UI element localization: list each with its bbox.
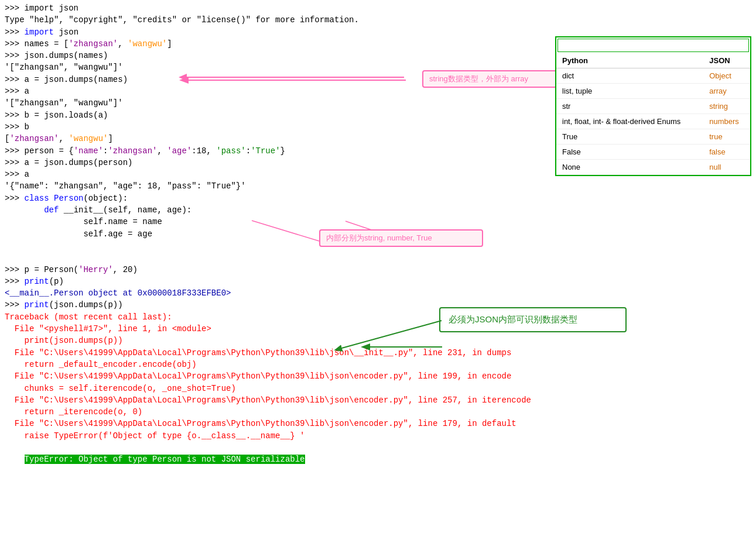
table-cell-json: array [703, 84, 750, 99]
table-row: Nonenull [556, 160, 750, 175]
table-cell-json: false [703, 145, 750, 160]
conversion-table: Python JSON dictObjectlist, tuplearrayst… [555, 36, 751, 176]
output-person: '{"name": "zhangsan", "age": 18, "pass":… [5, 180, 751, 192]
table-cell-python: int, float, int- & float-derived Enums [556, 114, 703, 129]
traceback-file1: File "<pyshell#17>", line 1, in <module> [5, 323, 751, 335]
traceback-call1: print(json.dumps(p)) [5, 335, 751, 346]
table-cell-python: None [556, 160, 703, 175]
code-line-self-name: self.name = name [5, 216, 751, 228]
blank-line [5, 240, 751, 252]
table-cell-python: str [556, 99, 703, 114]
table-row: int, float, int- & float-derived Enumsnu… [556, 114, 750, 129]
table-header-python: Python [556, 53, 703, 68]
table-cell-python: False [556, 145, 703, 160]
traceback-ret3: return _iterencode(o, 0) [5, 406, 751, 418]
table-row: Falsefalse [556, 145, 750, 160]
traceback-ret1: return _default_encoder.encode(obj) [5, 359, 751, 370]
traceback-file2: File "C:\Users\41999\AppData\Local\Progr… [5, 347, 751, 359]
traceback-raise: raise TypeError(f'Object of type {o.__cl… [5, 430, 751, 442]
table-cell-python: list, tuple [556, 84, 703, 99]
table-cell-json: null [703, 160, 750, 175]
traceback-file4: File "C:\Users\41999\AppData\Local\Progr… [5, 394, 751, 406]
blank-line2 [5, 252, 751, 263]
code-line-def: def __init__(self, name, age): [5, 204, 751, 216]
output-object: <__main__.Person object at 0x0000018F333… [5, 287, 751, 299]
code-line-print-p: >>> print(p) [5, 276, 751, 287]
table-cell-json: Object [703, 68, 750, 84]
table-cell-json: string [703, 99, 750, 114]
table-row: dictObject [556, 68, 750, 84]
table-row: Truetrue [556, 129, 750, 145]
table-search-input[interactable] [557, 39, 749, 52]
traceback-file5: File "C:\Users\41999\AppData\Local\Progr… [5, 418, 751, 429]
table-row: strstring [556, 99, 750, 114]
traceback-ret2: chunks = self.iterencode(o, _one_shot=Tr… [5, 383, 751, 394]
header-line1: >>> import json [5, 2, 751, 14]
table-header-json: JSON [703, 53, 750, 68]
code-line-self-age: self.age = age [5, 228, 751, 240]
table-cell-python: dict [556, 68, 703, 84]
code-line-p: >>> p = Person('Herry', 20) [5, 264, 751, 276]
code-line-class: >>> class Person(object): [5, 192, 751, 204]
code-line-print-dumps-p: >>> print(json.dumps(p)) [5, 299, 751, 311]
table-cell-json: true [703, 129, 750, 145]
type-error-line: TypeError: Object of type Person is not … [5, 442, 751, 477]
table-cell-json: numbers [703, 114, 750, 129]
header-line2: Type "help", "copyright", "credits" or "… [5, 14, 751, 26]
type-error-text: TypeError: Object of type Person is not … [25, 455, 305, 464]
table-row: list, tuplearray [556, 84, 750, 99]
table-cell-python: True [556, 129, 703, 145]
traceback-file3: File "C:\Users\41999\AppData\Local\Progr… [5, 370, 751, 382]
traceback-header: Traceback (most recent call last): [5, 311, 751, 323]
